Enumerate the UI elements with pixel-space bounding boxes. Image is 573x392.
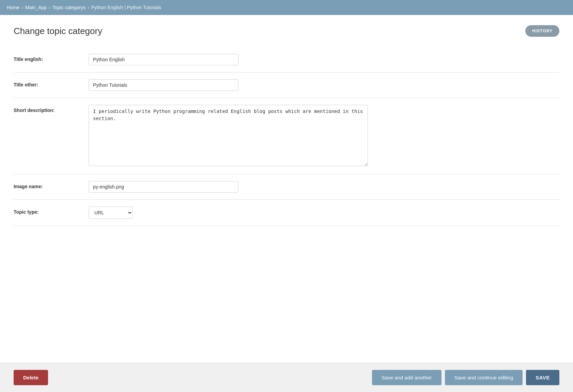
breadcrumb-app[interactable]: Main_App xyxy=(25,5,47,10)
history-button[interactable]: HISTORY xyxy=(525,25,559,37)
page-header: Change topic category HISTORY xyxy=(14,25,559,37)
right-buttons: Save and add another Save and continue e… xyxy=(372,370,559,385)
save-button[interactable]: SAVE xyxy=(526,370,559,385)
form-row-description: Short description: I periodically write … xyxy=(14,98,559,174)
form-container: Title english: Title other: Short descri… xyxy=(14,47,559,226)
main-content: Change topic category HISTORY Title engl… xyxy=(0,15,573,390)
form-row-title-english: Title english: xyxy=(14,47,559,72)
label-title-english: Title english: xyxy=(14,54,89,62)
label-title-other: Title other: xyxy=(14,79,89,87)
breadcrumb-bar: Home › Main_App › Topic categorys › Pyth… xyxy=(0,0,573,15)
input-image-name[interactable] xyxy=(89,181,238,193)
label-topic-type: Topic type: xyxy=(14,207,89,215)
save-add-button[interactable]: Save and add another xyxy=(372,370,442,385)
breadcrumb-current: Python English | Python Tutorials xyxy=(91,5,161,10)
save-continue-button[interactable]: Save and continue editing xyxy=(445,370,523,385)
action-bar: Delete Save and add another Save and con… xyxy=(0,363,573,392)
field-title-english xyxy=(89,54,559,65)
label-description: Short description: xyxy=(14,105,89,113)
textarea-description[interactable]: I periodically write Python programming … xyxy=(89,105,368,166)
field-image-name xyxy=(89,181,559,193)
select-topic-type[interactable]: URL Category Tag xyxy=(89,207,133,219)
breadcrumb-home[interactable]: Home xyxy=(7,5,19,10)
label-image-name: Image name: xyxy=(14,181,89,189)
page-title: Change topic category xyxy=(14,26,102,36)
delete-button[interactable]: Delete xyxy=(14,370,48,385)
breadcrumb-sep-3: › xyxy=(88,5,89,10)
form-row-topic-type: Topic type: URL Category Tag xyxy=(14,200,559,226)
input-title-english[interactable] xyxy=(89,54,238,65)
form-row-image-name: Image name: xyxy=(14,174,559,200)
form-row-title-other: Title other: xyxy=(14,72,559,98)
breadcrumb-sep-2: › xyxy=(49,5,50,10)
field-title-other xyxy=(89,79,559,91)
input-title-other[interactable] xyxy=(89,79,238,91)
breadcrumb-section[interactable]: Topic categorys xyxy=(52,5,86,10)
field-description: I periodically write Python programming … xyxy=(89,105,559,167)
breadcrumb-sep-1: › xyxy=(21,5,23,10)
field-topic-type: URL Category Tag xyxy=(89,207,559,219)
